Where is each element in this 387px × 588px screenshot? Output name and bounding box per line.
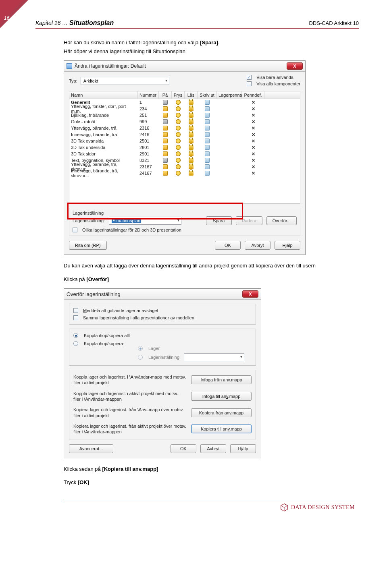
page-number: 16 — [4, 15, 9, 21]
hjalp-button[interactable]: Hjälp — [230, 444, 256, 453]
table-row[interactable]: 3D Tak undersida2801✕ — [69, 144, 300, 151]
close-icon[interactable]: X — [287, 62, 303, 70]
freeze-icon — [176, 171, 181, 176]
pair3-text: Kopiera lager och lagerinst. från \Anv.-… — [73, 407, 186, 418]
lock-icon — [189, 151, 194, 156]
on-icon — [163, 132, 168, 137]
lock-icon — [189, 106, 194, 111]
hjalp-button[interactable]: Hjälp — [275, 241, 300, 250]
lock-icon — [189, 119, 194, 124]
sub-radio-lager: Lager — [138, 346, 252, 351]
chk-olika[interactable]: Olika lagerinställningar för 2D och 3D p… — [73, 228, 297, 232]
chapter-label: Kapitel 16 … — [35, 20, 69, 26]
x-icon: ✕ — [252, 100, 255, 105]
radio-all[interactable]: Koppla ihop/kopiera allt — [73, 333, 252, 338]
print-icon — [205, 100, 210, 105]
page-corner-inner — [0, 0, 23, 23]
freeze-icon — [176, 119, 181, 124]
avbryt-button[interactable]: Avbryt — [245, 241, 270, 250]
kopiera-till-button[interactable]: Kopiera till anv.mapp — [191, 424, 252, 433]
on-icon — [163, 113, 168, 118]
avbryt-button[interactable]: Avbryt — [200, 444, 226, 453]
table-row[interactable]: Bjälklag, fribärande251✕ — [69, 112, 300, 118]
print-icon — [205, 113, 210, 118]
dialog-title: Ändra i lagerinställningar: Default — [75, 63, 287, 69]
infoga-till-button[interactable]: Infoga till anv.mapp — [191, 392, 252, 401]
table-row[interactable]: Golv - rutnät999✕ — [69, 118, 300, 125]
print-icon — [205, 126, 210, 130]
group-notify: Meddela att gällande lager är avslaget S… — [69, 304, 256, 325]
lock-icon — [189, 100, 194, 105]
freeze-icon — [176, 106, 181, 111]
chk-visa-anvanda[interactable]: ✓Visa bara använda — [247, 75, 300, 80]
typ-combo[interactable]: Arkitekt — [81, 77, 169, 85]
chk-visa-alla[interactable]: Visa alla komponenter — [247, 81, 300, 86]
lock-icon — [189, 158, 194, 163]
overfor-button[interactable]: Överför... — [266, 216, 297, 225]
print-icon — [205, 119, 210, 124]
grid-header: Namn Nummer På Frys Lås Skriv ut Lagerpe… — [69, 91, 300, 99]
chk-samma[interactable]: Samma lagerinställning i alla presentati… — [73, 315, 252, 320]
spara-button[interactable]: Spara — [206, 216, 232, 225]
radera-button[interactable]: Radera — [236, 216, 262, 225]
x-icon: ✕ — [252, 113, 255, 118]
on-icon — [163, 158, 168, 163]
rita-om-button[interactable]: Rita om (RP) — [69, 241, 107, 250]
outro-line-2: Tryck [OK] — [64, 479, 355, 486]
titlebar[interactable]: Överför lagerinställning X — [64, 289, 261, 300]
table-row[interactable]: 3D Tak ovansida2501✕ — [69, 138, 300, 144]
sub-radio-lagerinst: Lagerinställning: — [138, 353, 252, 361]
titlebar[interactable]: Ändra i lagerinställningar: Default X — [64, 61, 305, 72]
lock-icon — [189, 132, 194, 137]
freeze-icon — [176, 145, 181, 150]
ok-button[interactable]: OK — [171, 444, 196, 453]
intro-line-2: Här döper vi denna lagerinställning till… — [64, 48, 355, 55]
avancerat-button[interactable]: Avancerat... — [69, 444, 113, 453]
table-row[interactable]: 3D Tak sidor2901✕ — [69, 151, 300, 157]
chk-meddela[interactable]: Meddela att gällande lager är avslaget — [73, 308, 252, 313]
pair1-text: Koppla lager och lagerinst. i \Användar-… — [73, 374, 186, 386]
x-icon: ✕ — [252, 139, 255, 144]
x-icon: ✕ — [252, 158, 255, 163]
outro-line-1: Klicka sedan på [Kopiera till anv.mapp] — [64, 466, 355, 473]
mid-para: Du kan även välja att lägga över denna l… — [64, 262, 355, 269]
x-icon: ✕ — [252, 132, 255, 137]
pair2-text: Koppla lager och lagerinst. i aktivt pro… — [73, 391, 186, 402]
on-icon — [163, 100, 168, 105]
close-icon[interactable]: X — [242, 290, 258, 298]
infoga-fran-button[interactable]: Infoga från anv.mapp — [191, 375, 252, 384]
on-icon — [163, 164, 168, 169]
on-icon — [163, 145, 168, 150]
ok-button[interactable]: OK — [215, 241, 241, 250]
freeze-icon — [176, 100, 181, 105]
x-icon: ✕ — [252, 145, 255, 150]
on-icon — [163, 106, 168, 111]
group-actions: Koppla lager och lagerinst. i \Användar-… — [69, 370, 256, 439]
table-row[interactable]: Yttervägg, bärande, trä2316✕ — [69, 125, 300, 131]
fs-legend: Lagerinställning — [73, 211, 297, 215]
lagerinstallning-combo[interactable]: Situationsplan — [109, 217, 181, 225]
kopiera-fran-button[interactable]: Kopiera från anv.mapp — [191, 408, 252, 417]
page-title: Situationsplan — [69, 19, 114, 26]
fieldset-lagerinstallning: Lagerinställning Lagerinställning: Situa… — [69, 208, 300, 236]
table-row[interactable]: Innervägg, bärande, trä2416✕ — [69, 131, 300, 138]
layers-grid[interactable]: Namn Nummer På Frys Lås Skriv ut Lagerpe… — [69, 91, 300, 204]
x-icon: ✕ — [252, 171, 255, 176]
page-footer: DATA DESIGN SYSTEM — [64, 500, 355, 515]
hex-icon — [280, 503, 289, 512]
radio-selective[interactable]: Koppla ihop/kopiera: — [73, 341, 252, 346]
print-icon — [205, 164, 210, 169]
table-row[interactable]: Innervägg, bärande, trä, skravur...24167… — [69, 170, 300, 176]
transfer-dialog: Överför lagerinställning X Meddela att g… — [64, 288, 261, 458]
x-icon: ✕ — [252, 119, 255, 124]
print-icon — [205, 132, 210, 137]
freeze-icon — [176, 164, 181, 169]
product-name: DDS-CAD Arkitekt 10 — [309, 20, 359, 26]
freeze-icon — [176, 132, 181, 137]
print-icon — [205, 151, 210, 156]
typ-label: Typ: — [69, 79, 77, 83]
table-row[interactable]: Yttervägg, fönster, dörr, port m.m.234✕ — [69, 106, 300, 112]
intro-line-1: Här kan du skriva in namn i fältet lager… — [64, 39, 355, 46]
x-icon: ✕ — [252, 164, 255, 170]
dialog-title: Överför lagerinställning — [67, 291, 242, 297]
